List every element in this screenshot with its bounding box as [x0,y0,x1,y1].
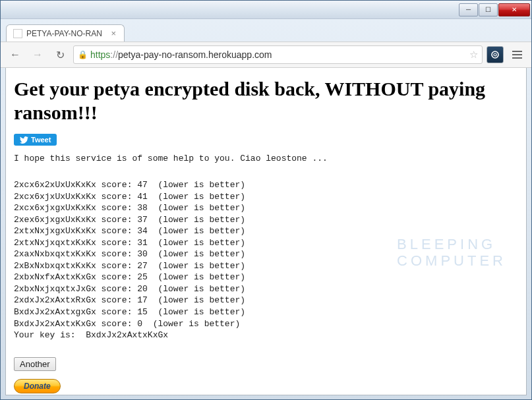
tab-title: PETYA-PAY-NO-RAN [26,29,105,38]
svg-point-1 [494,53,496,56]
extension-swirl-icon [490,50,500,59]
page-title: Get your petya encrypted disk back, WITH… [14,77,518,125]
browser-tab[interactable]: PETYA-PAY-NO-RAN × [6,24,125,42]
browser-toolbar: ← → ↻ 🔒 https://petya-pay-no-ransom.hero… [1,42,531,68]
url-text: https://petya-pay-no-ransom.herokuapp.co… [90,49,272,60]
hamburger-bar-icon [512,54,522,55]
hamburger-bar-icon [512,57,522,59]
page-favicon-icon [13,29,22,38]
bookmark-star-icon[interactable]: ☆ [469,49,478,61]
lock-icon: 🔒 [78,50,88,59]
back-button[interactable]: ← [6,45,24,64]
intro-text: I hope this service is of some help to y… [14,154,518,163]
maximize-button[interactable]: ☐ [479,3,498,16]
forward-button[interactable]: → [28,45,47,64]
tab-strip: PETYA-PAY-NO-RAN × [1,19,531,42]
svg-point-0 [492,51,498,58]
donate-button[interactable]: Donate [14,379,61,393]
browser-window: ─ ☐ ✕ PETYA-PAY-NO-RAN × ← → ↻ 🔒 https:/… [0,0,532,400]
address-bar[interactable]: 🔒 https://petya-pay-no-ransom.herokuapp.… [73,45,483,64]
window-titlebar: ─ ☐ ✕ [1,1,531,19]
tweet-label: Tweet [31,136,51,144]
minimize-button[interactable]: ─ [459,3,478,16]
another-button[interactable]: Another [14,357,56,371]
results-output: 2xcx6x2xUxUxKxKx score: 47 (lower is bet… [14,179,518,341]
reload-button[interactable]: ↻ [51,45,69,64]
extension-button[interactable] [487,46,504,63]
hamburger-bar-icon [512,51,522,52]
page-content: Get your petya encrypted disk back, WITH… [5,68,527,395]
hamburger-menu-button[interactable] [508,45,526,64]
close-window-button[interactable]: ✕ [498,3,530,16]
twitter-bird-icon [20,136,28,144]
tweet-button[interactable]: Tweet [14,134,57,146]
tab-close-icon[interactable]: × [109,28,117,38]
